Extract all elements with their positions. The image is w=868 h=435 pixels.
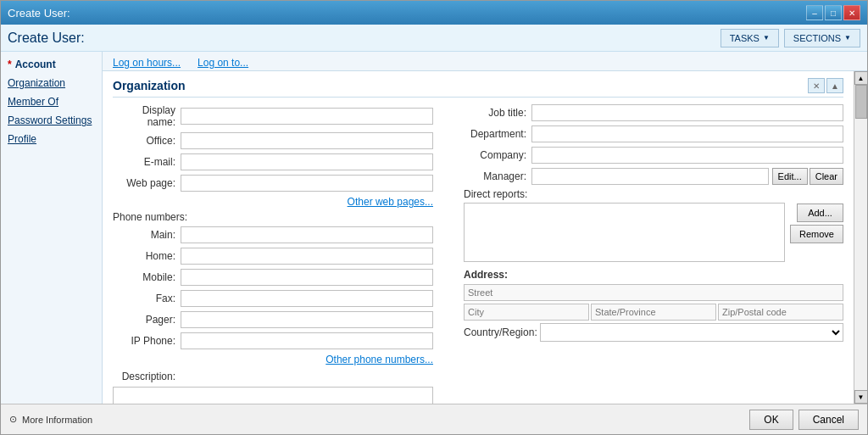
edit-manager-button[interactable]: Edit...	[772, 168, 808, 185]
phone-section: Phone numbers: Main: Home:	[113, 211, 433, 365]
required-asterisk: *	[8, 59, 12, 70]
section-controls: ✕ ▲	[808, 78, 843, 93]
home-label: Home:	[113, 250, 181, 262]
sidebar-item-organization[interactable]: Organization	[1, 74, 102, 92]
description-textarea[interactable]	[113, 387, 433, 404]
department-row: Department:	[464, 125, 843, 142]
logon-hours-link[interactable]: Log on hours...	[109, 55, 184, 70]
webpage-row: Web page:	[113, 175, 433, 192]
zip-input[interactable]	[718, 304, 843, 321]
direct-reports-section: Direct reports: Add... Remove	[464, 188, 843, 265]
city-input[interactable]	[464, 304, 589, 321]
main-area: * Account Organization Member Of Passwor…	[1, 52, 867, 404]
scroll-up-arrow[interactable]: ▲	[854, 71, 868, 85]
more-information-link[interactable]: ⊙ More Information	[9, 414, 92, 425]
organization-title: Organization	[113, 79, 186, 92]
title-bar: Create User: – □ ✕	[1, 1, 867, 25]
display-name-input[interactable]	[181, 108, 433, 125]
organization-section: Organization ✕ ▲ Display name:	[103, 71, 854, 404]
department-input[interactable]	[531, 125, 843, 142]
job-title-label: Job title:	[464, 107, 531, 119]
content-area: Organization ✕ ▲ Display name:	[103, 71, 854, 404]
description-label: Description:	[113, 369, 181, 382]
company-label: Company:	[464, 149, 531, 161]
sidebar-item-member-of[interactable]: Member Of	[1, 92, 102, 111]
sidebar-item-account[interactable]: * Account	[1, 55, 102, 74]
fax-input[interactable]	[181, 290, 433, 307]
home-phone-input[interactable]	[181, 248, 433, 265]
mobile-input[interactable]	[181, 269, 433, 286]
email-label: E-mail:	[113, 156, 181, 168]
street-input[interactable]	[464, 284, 843, 301]
tasks-arrow-icon: ▼	[763, 34, 770, 42]
bottom-bar: ⊙ More Information OK Cancel	[1, 404, 867, 434]
main-phone-input[interactable]	[181, 226, 433, 243]
job-title-row: Job title:	[464, 104, 843, 121]
sidebar-item-profile[interactable]: Profile	[1, 130, 102, 148]
scrollbar[interactable]: ▲ ▼	[854, 71, 867, 404]
address-section: Address: Country/Region:	[464, 269, 843, 342]
sidebar-item-password-settings[interactable]: Password Settings	[1, 111, 102, 130]
minimize-button[interactable]: –	[806, 5, 823, 20]
tasks-button[interactable]: TASKS ▼	[721, 29, 779, 47]
ok-button[interactable]: OK	[749, 410, 793, 430]
scrollbar-track[interactable]	[854, 85, 867, 390]
direct-reports-label: Direct reports:	[464, 188, 785, 200]
toolbar: Create User: TASKS ▼ SECTIONS ▼	[1, 25, 867, 52]
webpage-label: Web page:	[113, 177, 181, 189]
email-input[interactable]	[181, 153, 433, 170]
more-info-arrow-icon: ⊙	[9, 414, 17, 425]
ip-phone-input[interactable]	[181, 332, 433, 349]
section-collapse-btn[interactable]: ▲	[826, 78, 843, 93]
maximize-button[interactable]: □	[825, 5, 842, 20]
main-label: Main:	[113, 229, 181, 241]
sidebar-item-organization-label: Organization	[8, 77, 65, 89]
scroll-down-arrow[interactable]: ▼	[854, 390, 868, 404]
scrollbar-thumb[interactable]	[855, 85, 867, 119]
department-label: Department:	[464, 128, 531, 140]
sections-arrow-icon: ▼	[844, 34, 851, 42]
sidebar-item-account-label: Account	[15, 59, 56, 70]
description-row: Description:	[113, 369, 433, 382]
office-row: Office:	[113, 132, 433, 149]
add-button[interactable]: Add...	[797, 204, 843, 222]
manager-input[interactable]	[531, 168, 769, 185]
phone-numbers-label: Phone numbers:	[113, 211, 433, 223]
company-row: Company:	[464, 147, 843, 164]
company-input[interactable]	[531, 147, 843, 164]
office-input[interactable]	[181, 132, 433, 149]
more-info-label: More Information	[22, 415, 92, 425]
fax-row: Fax:	[113, 290, 433, 307]
country-select[interactable]	[540, 323, 843, 342]
other-web-pages-link[interactable]: Other web pages...	[113, 196, 433, 208]
state-input[interactable]	[591, 304, 716, 321]
direct-reports-buttons: Add... Remove	[790, 188, 843, 243]
bottom-buttons: OK Cancel	[749, 410, 859, 430]
form-left: Display name: Office: E-mail:	[113, 104, 440, 404]
other-phone-numbers-link[interactable]: Other phone numbers...	[113, 354, 433, 365]
pager-label: Pager:	[113, 314, 181, 326]
sidebar-item-profile-label: Profile	[8, 133, 36, 145]
job-title-input[interactable]	[531, 104, 843, 121]
sections-button[interactable]: SECTIONS ▼	[784, 29, 860, 47]
cancel-button[interactable]: Cancel	[798, 410, 859, 430]
direct-reports-box	[464, 203, 785, 262]
section-close-btn[interactable]: ✕	[808, 78, 825, 93]
display-name-label: Display name:	[113, 104, 181, 128]
webpage-input[interactable]	[181, 175, 433, 192]
display-name-row: Display name:	[113, 104, 433, 128]
manager-label: Manager:	[464, 170, 531, 182]
clear-manager-button[interactable]: Clear	[810, 168, 843, 185]
country-row: Country/Region:	[464, 323, 843, 342]
address-label: Address:	[464, 269, 843, 281]
tab-bar: Log on hours... Log on to...	[103, 52, 867, 71]
close-button[interactable]: ✕	[843, 5, 860, 20]
organization-form: Display name: Office: E-mail:	[113, 104, 843, 404]
title-bar-controls: – □ ✕	[806, 5, 860, 20]
fax-label: Fax:	[113, 293, 181, 304]
manager-row: Manager: Edit... Clear	[464, 168, 843, 185]
remove-button[interactable]: Remove	[790, 225, 843, 243]
pager-input[interactable]	[181, 311, 433, 328]
window-title: Create User:	[8, 7, 70, 20]
logon-to-link[interactable]: Log on to...	[194, 55, 252, 70]
